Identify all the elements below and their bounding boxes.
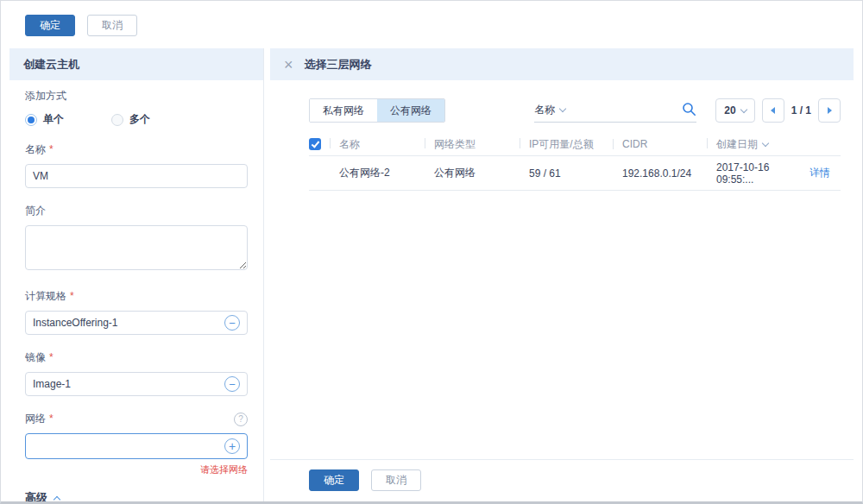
radio-label-single: 单个 bbox=[43, 112, 64, 127]
network-label: 网络 bbox=[25, 412, 54, 426]
next-page-icon bbox=[828, 107, 832, 114]
right-panel-title: 选择三层网络 bbox=[305, 57, 372, 72]
network-type-tabs: 私有网络 公有网络 bbox=[309, 98, 445, 123]
network-field: 网络 请选择网络 bbox=[25, 412, 248, 476]
description-field: 简介 bbox=[25, 204, 248, 274]
tab-private-network[interactable]: 私有网络 bbox=[310, 99, 377, 122]
advanced-toggle[interactable]: 高级 bbox=[25, 490, 248, 501]
prev-page-button[interactable] bbox=[762, 98, 784, 123]
add-network-icon[interactable] bbox=[224, 438, 240, 454]
right-panel-header: 选择三层网络 bbox=[270, 48, 854, 80]
network-toolbar: 私有网络 公有网络 名称 20 bbox=[309, 98, 841, 123]
select-all-cell bbox=[309, 138, 339, 150]
left-panel-header: 创建云主机 bbox=[9, 48, 263, 80]
pagination: 20 1 / 1 bbox=[715, 98, 841, 123]
add-mode-options: 单个 多个 bbox=[25, 112, 248, 127]
instance-offering-input[interactable]: InstanceOffering-1 bbox=[25, 311, 248, 335]
add-mode-field: 添加方式 单个 多个 bbox=[25, 89, 248, 127]
prev-page-icon bbox=[771, 107, 775, 114]
search-icon[interactable] bbox=[682, 102, 696, 117]
dialog-content: 创建云主机 添加方式 单个 多个 bbox=[1, 48, 862, 501]
network-input[interactable] bbox=[25, 433, 248, 459]
next-page-button[interactable] bbox=[818, 98, 841, 123]
cell-created: 2017-10-16 09:55:... bbox=[716, 161, 809, 186]
network-error-text: 请选择网络 bbox=[25, 463, 248, 476]
description-textarea[interactable] bbox=[25, 225, 248, 270]
name-input-wrap bbox=[25, 164, 248, 188]
name-input[interactable] bbox=[33, 165, 240, 187]
cell-cidr: 192.168.0.1/24 bbox=[622, 167, 716, 180]
select-network-panel: 选择三层网络 私有网络 公有网络 名称 20 bbox=[270, 48, 854, 501]
cell-ip: 59 / 61 bbox=[529, 167, 622, 180]
advanced-label: 高级 bbox=[25, 490, 47, 501]
remove-instance-offering-icon[interactable] bbox=[224, 315, 240, 331]
network-table: 名称 网络类型 IP可用量/总额 CIDR 创建日期 公有网络-2 公有网络 bbox=[309, 133, 841, 191]
chevron-down-icon bbox=[740, 105, 746, 112]
network-cancel-button[interactable]: 取消 bbox=[371, 469, 421, 491]
image-label: 镜像 bbox=[25, 350, 248, 365]
page-size-value: 20 bbox=[724, 104, 735, 117]
close-icon[interactable] bbox=[284, 57, 293, 72]
tab-public-network[interactable]: 公有网络 bbox=[377, 99, 444, 122]
cancel-button[interactable]: 取消 bbox=[87, 15, 137, 36]
image-field: 镜像 Image-1 bbox=[25, 350, 248, 396]
search-bar[interactable]: 名称 bbox=[534, 99, 696, 123]
instance-offering-label: 计算规格 bbox=[25, 289, 248, 304]
network-confirm-button[interactable]: 确定 bbox=[309, 469, 359, 491]
column-header-created[interactable]: 创建日期 bbox=[716, 137, 809, 152]
confirm-button[interactable]: 确定 bbox=[25, 15, 75, 36]
network-dialog-footer: 确定 取消 bbox=[270, 459, 854, 501]
image-input[interactable]: Image-1 bbox=[25, 372, 248, 396]
name-field: 名称 bbox=[25, 142, 248, 188]
table-header-row: 名称 网络类型 IP可用量/总额 CIDR 创建日期 bbox=[309, 133, 841, 156]
sort-chevron-down-icon bbox=[762, 139, 769, 146]
image-value: Image-1 bbox=[33, 378, 224, 390]
page-size-select[interactable]: 20 bbox=[715, 98, 754, 123]
network-label-row: 网络 bbox=[25, 412, 248, 426]
radio-unselected-icon[interactable] bbox=[111, 114, 123, 126]
remove-image-icon[interactable] bbox=[224, 376, 240, 392]
create-vm-form: 添加方式 单个 多个 名称 bbox=[9, 80, 263, 501]
add-mode-label: 添加方式 bbox=[25, 89, 248, 104]
cell-type: 公有网络 bbox=[434, 166, 529, 180]
column-header-type[interactable]: 网络类型 bbox=[434, 137, 529, 152]
column-header-name[interactable]: 名称 bbox=[339, 137, 434, 152]
left-panel-title: 创建云主机 bbox=[23, 57, 79, 72]
radio-selected-icon[interactable] bbox=[25, 114, 37, 126]
search-field-selector[interactable]: 名称 bbox=[534, 103, 555, 117]
radio-option-multiple[interactable]: 多个 bbox=[111, 112, 198, 127]
create-vm-panel: 创建云主机 添加方式 单个 多个 bbox=[9, 48, 264, 501]
details-link[interactable]: 详情 bbox=[809, 167, 830, 179]
chevron-down-icon bbox=[559, 105, 566, 112]
chevron-up-icon bbox=[54, 496, 60, 501]
dialog-frame: 确定 取消 创建云主机 添加方式 单个 多 bbox=[0, 0, 863, 504]
help-icon[interactable] bbox=[234, 413, 248, 426]
column-header-ip[interactable]: IP可用量/总额 bbox=[529, 137, 622, 152]
cell-name: 公有网络-2 bbox=[339, 166, 434, 180]
page-info: 1 / 1 bbox=[791, 104, 811, 117]
column-header-cidr[interactable]: CIDR bbox=[622, 138, 716, 150]
radio-label-multiple: 多个 bbox=[129, 112, 150, 127]
instance-offering-field: 计算规格 InstanceOffering-1 bbox=[25, 289, 248, 335]
name-label: 名称 bbox=[25, 142, 248, 157]
instance-offering-value: InstanceOffering-1 bbox=[33, 317, 224, 329]
select-all-checkbox[interactable] bbox=[309, 138, 321, 150]
table-row[interactable]: 公有网络-2 公有网络 59 / 61 192.168.0.1/24 2017-… bbox=[309, 156, 841, 191]
description-label: 简介 bbox=[25, 204, 248, 218]
radio-option-single[interactable]: 单个 bbox=[25, 112, 111, 127]
topbar: 确定 取消 bbox=[1, 1, 862, 48]
